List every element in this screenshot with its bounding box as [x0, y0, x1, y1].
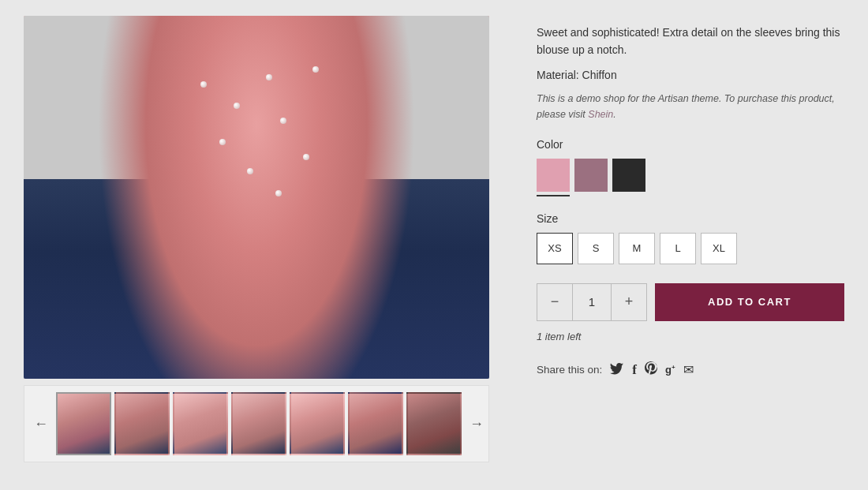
image-section: ← →	[24, 16, 505, 474]
quantity-decrease-button[interactable]: −	[537, 283, 572, 321]
thumbnail-2[interactable]	[114, 392, 170, 455]
demo-notice: This is a demo shop for the Artisan them…	[537, 91, 844, 122]
thumbnail-5[interactable]	[290, 392, 345, 455]
color-swatch-black[interactable]	[612, 159, 645, 192]
add-to-cart-button[interactable]: ADD TO CART	[655, 283, 844, 321]
share-row: Share this on: f g+ ✉	[537, 361, 844, 379]
thumbnail-6[interactable]	[348, 392, 403, 455]
quantity-increase-button[interactable]: +	[612, 283, 646, 321]
google-plus-share-icon[interactable]: g+	[665, 364, 675, 376]
email-share-icon[interactable]: ✉	[683, 362, 694, 377]
twitter-share-icon[interactable]	[610, 362, 624, 378]
size-label: Size	[537, 212, 844, 225]
facebook-share-icon[interactable]: f	[632, 362, 637, 378]
thumbnail-3[interactable]	[173, 392, 228, 455]
quantity-value: 1	[572, 283, 612, 321]
color-swatch-pink[interactable]	[537, 159, 570, 192]
stock-info: 1 item left	[537, 331, 844, 342]
thumbnail-list	[56, 392, 462, 455]
thumbnail-4[interactable]	[231, 392, 286, 455]
color-section: Color	[537, 138, 844, 195]
color-swatches	[537, 159, 844, 192]
size-xl[interactable]: XL	[701, 233, 737, 264]
size-l[interactable]: L	[660, 233, 696, 264]
product-description: Sweet and sophisticated! Extra detail on…	[537, 24, 844, 59]
size-section: Size XS S M L XL	[537, 212, 844, 264]
product-material: Material: Chiffon	[537, 69, 844, 81]
size-xs[interactable]: XS	[537, 233, 573, 264]
cart-row: − 1 + ADD TO CART	[537, 283, 844, 321]
size-buttons: XS S M L XL	[537, 233, 844, 264]
size-s[interactable]: S	[578, 233, 614, 264]
pinterest-share-icon[interactable]	[645, 361, 657, 379]
color-swatch-mauve[interactable]	[574, 159, 608, 192]
thumbnail-nav: ← →	[24, 385, 489, 462]
thumb-next-button[interactable]: →	[465, 400, 488, 447]
quantity-control: − 1 +	[537, 283, 647, 321]
color-label: Color	[537, 138, 844, 151]
share-icons: f g+ ✉	[610, 361, 693, 379]
details-section: Sweet and sophisticated! Extra detail on…	[537, 16, 844, 474]
size-m[interactable]: M	[619, 233, 655, 264]
thumbnail-1[interactable]	[56, 392, 111, 455]
shein-link[interactable]: Shein	[588, 109, 613, 120]
product-page: ← → Sweet and sophisticated! Extra detai…	[0, 0, 868, 490]
thumb-prev-button[interactable]: ←	[29, 400, 53, 447]
demo-notice-text: This is a demo shop for the Artisan them…	[537, 93, 835, 120]
thumbnail-7[interactable]	[406, 392, 462, 455]
share-label: Share this on:	[537, 364, 602, 376]
main-product-image	[24, 16, 489, 379]
